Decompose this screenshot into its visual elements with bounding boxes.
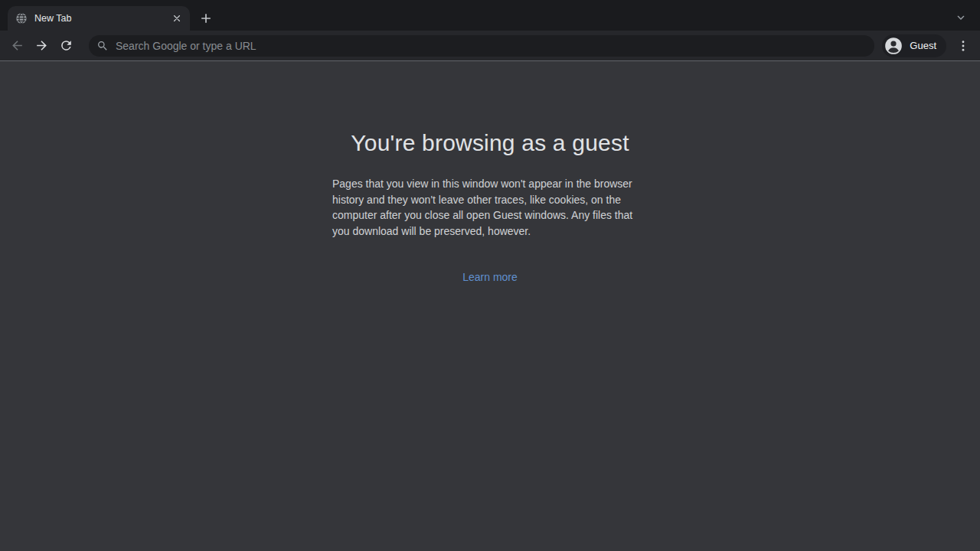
forward-button[interactable] (31, 35, 52, 57)
learn-more-link[interactable]: Learn more (462, 271, 518, 283)
page-title: You're browsing as a guest (0, 129, 980, 157)
tab-title: New Tab (34, 13, 170, 24)
tab-strip: New Tab (0, 0, 980, 31)
plus-icon (198, 11, 214, 26)
globe-icon (15, 12, 28, 24)
browser-menu-button[interactable] (952, 35, 974, 57)
search-icon (96, 40, 109, 52)
forward-arrow-icon (34, 38, 49, 53)
toolbar: Guest (0, 31, 980, 61)
chevron-down-icon (955, 11, 967, 24)
close-icon[interactable] (170, 11, 184, 25)
browser-window: New Tab (0, 0, 980, 551)
guest-avatar-icon (884, 36, 903, 56)
reload-button[interactable] (55, 35, 77, 57)
guest-profile-button[interactable]: Guest (882, 34, 946, 57)
guest-new-tab-page: You're browsing as a guest Pages that yo… (0, 61, 980, 551)
profile-label: Guest (910, 40, 936, 51)
tab-new-tab[interactable]: New Tab (8, 6, 190, 31)
omnibox-input[interactable] (114, 39, 865, 53)
omnibox[interactable] (89, 35, 874, 57)
kebab-menu-icon (956, 39, 970, 53)
back-arrow-icon (10, 38, 24, 53)
tab-search-button[interactable] (950, 7, 972, 28)
reload-icon (59, 38, 74, 53)
back-button[interactable] (6, 35, 28, 57)
new-tab-button[interactable] (194, 7, 217, 30)
guest-description: Pages that you view in this window won't… (332, 176, 648, 239)
